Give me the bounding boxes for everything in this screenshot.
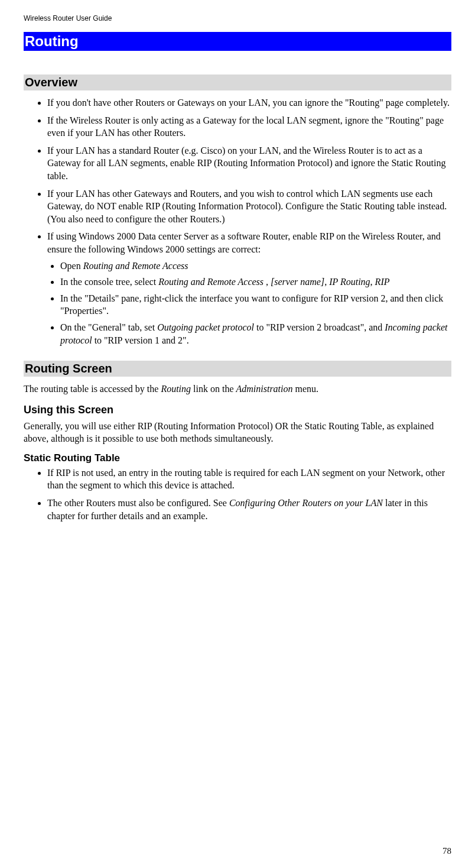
text: On the "General" tab, set: [60, 322, 157, 332]
text-italic: Routing and Remote Access: [83, 261, 188, 271]
static-routing-heading: Static Routing Table: [24, 452, 451, 464]
text: The routing table is accessed by the: [24, 384, 161, 394]
text: Open: [60, 261, 83, 271]
inner-item: In the console tree, select Routing and …: [60, 276, 451, 289]
text-italic: Routing and Remote Access , [server name…: [158, 277, 389, 287]
inner-item: Open Routing and Remote Access: [60, 260, 451, 273]
section-routing-screen-heading: Routing Screen: [24, 361, 451, 377]
text-italic: Configuring Other Routers on your LAN: [229, 498, 383, 508]
text-italic: Routing: [161, 384, 191, 394]
overview-inner-list: Open Routing and Remote Access In the co…: [47, 260, 451, 347]
static-item: If RIP is not used, an entry in the rout…: [47, 467, 451, 492]
text: to "RIP version 1 and 2".: [92, 335, 189, 345]
text: link on the: [191, 384, 236, 394]
routing-screen-intro: The routing table is accessed by the Rou…: [24, 383, 451, 396]
static-list: If RIP is not used, an entry in the rout…: [24, 467, 451, 522]
text: menu.: [293, 384, 319, 394]
overview-item: If your LAN has other Gateways and Route…: [47, 187, 451, 226]
overview-list: If you don't have other Routers or Gatew…: [24, 96, 451, 346]
text-italic: Administration: [236, 384, 292, 394]
text: The other Routers must also be configure…: [47, 498, 229, 508]
overview-item-text: If using Windows 2000 Data center Server…: [47, 231, 441, 254]
inner-item: On the "General" tab, set Outgoing packe…: [60, 321, 451, 346]
overview-item: If your LAN has a standard Router (e.g. …: [47, 144, 451, 183]
text: to "RIP version 2 broadcast", and: [254, 322, 385, 332]
overview-item: If you don't have other Routers or Gatew…: [47, 96, 451, 109]
static-item: The other Routers must also be configure…: [47, 497, 451, 522]
text-italic: Outgoing packet protocol: [157, 322, 254, 332]
page-number: 78: [443, 846, 451, 856]
banner-routing: Routing: [24, 32, 451, 51]
using-this-screen-heading: Using this Screen: [24, 404, 451, 416]
overview-item: If the Wireless Router is only acting as…: [47, 114, 451, 140]
using-this-screen-body: Generally, you will use either RIP (Rout…: [24, 420, 451, 445]
section-overview-heading: Overview: [24, 75, 451, 90]
doc-header: Wireless Router User Guide: [24, 14, 451, 22]
text: In the console tree, select: [60, 277, 158, 287]
inner-item: In the "Details" pane, right-click the i…: [60, 292, 451, 318]
overview-item: If using Windows 2000 Data center Server…: [47, 230, 451, 346]
